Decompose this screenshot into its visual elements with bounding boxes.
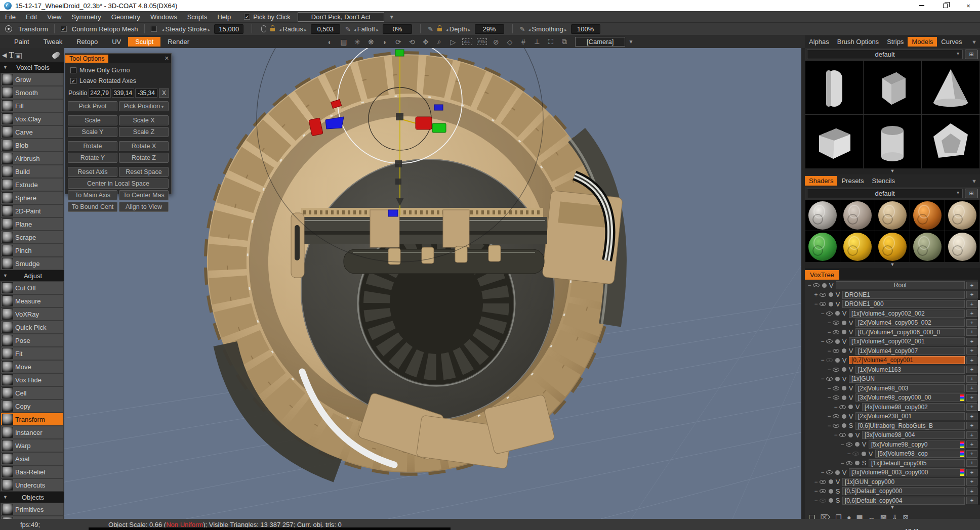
ghosting-icon[interactable] (835, 311, 840, 316)
menu-symmetry[interactable]: Symmetry (66, 13, 106, 21)
position-z-field[interactable]: -35,34 (135, 89, 157, 98)
add-child-button[interactable]: + (966, 282, 977, 289)
ghosting-icon[interactable] (835, 358, 840, 363)
visibility-eye-icon[interactable] (820, 293, 826, 297)
layer-name[interactable]: [3x]Volume98_003_copy000 (849, 468, 965, 476)
tree-row[interactable]: −V[5x]Volume98_cop+ (805, 449, 980, 459)
tool-cell[interactable]: Cell (1, 386, 64, 400)
tree-row[interactable]: −V[0,7]Volume4_copy001+ (805, 356, 980, 365)
background-icon[interactable]: ▤ (339, 38, 348, 46)
tool-fill[interactable]: Fill (1, 99, 64, 112)
ghosting-icon[interactable] (842, 348, 846, 353)
add-child-button[interactable]: + (966, 328, 977, 336)
visibility-eye-icon[interactable] (833, 349, 839, 353)
add-child-button[interactable]: + (966, 403, 977, 411)
add-child-button[interactable]: + (966, 440, 977, 448)
axis-icon[interactable]: ⟂ (533, 37, 542, 46)
layer-name[interactable]: [1x]GUN_copy000 (842, 478, 965, 486)
droplet-icon[interactable]: ◗ (380, 38, 389, 46)
shader-thumb-silver[interactable] (805, 200, 840, 231)
shader-thumb-taupe[interactable] (840, 200, 875, 231)
ghosting-icon[interactable] (842, 330, 846, 334)
smoothing-value[interactable]: 100% (571, 24, 600, 34)
expander-icon[interactable]: − (827, 347, 832, 355)
shader-thumb-green[interactable] (805, 231, 840, 262)
tool-sphere[interactable]: Sphere (1, 191, 64, 204)
model-thumb-box[interactable] (864, 61, 921, 114)
shader-thumb-copper[interactable] (910, 200, 945, 231)
visibility-eye-icon[interactable] (852, 452, 859, 456)
visibility-eye-icon[interactable] (839, 433, 846, 437)
layer-name[interactable]: [1x]Volume4_copy002_002 (849, 310, 965, 318)
layer-name[interactable]: [0,7]Volume4_copy001 (849, 356, 965, 364)
smoothing-pen-icon[interactable]: ✎ (520, 25, 525, 33)
tree-row[interactable]: −V[2x]Volume98_003+ (805, 384, 980, 393)
shaders-scroll-down-icon[interactable]: ▼ (805, 262, 980, 268)
grid-icon[interactable]: # (519, 38, 528, 46)
model-thumb-polyhedron[interactable] (922, 115, 979, 168)
tree-row[interactable]: −VDRONE1_000+ (805, 299, 980, 309)
tree-row[interactable]: −V[3x]Volume98_copy000_00+ (805, 393, 980, 403)
tool-axial[interactable]: Axial (1, 452, 64, 465)
layer-name[interactable]: [5x]Volume98_cop (875, 450, 965, 458)
depth-label[interactable]: Depth (446, 25, 471, 33)
tree-row[interactable]: −V[1x]GUN+ (805, 374, 980, 384)
align-to-view-button[interactable]: Align to View (119, 202, 169, 212)
falloff-label[interactable]: Falloff (354, 25, 379, 33)
visibility-eye-icon[interactable] (820, 499, 826, 503)
layer-name[interactable]: DRONE1_000 (842, 300, 965, 308)
add-child-button[interactable]: + (966, 488, 977, 495)
tool-pinch[interactable]: Pinch (1, 244, 64, 257)
shaders-category-dropdown[interactable]: default (807, 189, 963, 198)
tool-smudge[interactable]: Smudge (1, 257, 64, 270)
tree-row[interactable]: −V[4x]Volume98_copy002+ (805, 403, 980, 412)
expander-icon[interactable]: − (820, 469, 825, 476)
depth-lock-icon[interactable] (437, 28, 442, 31)
shader-thumb-olive[interactable] (910, 231, 945, 262)
position-y-field[interactable]: 339,14 (112, 89, 134, 98)
tool-grow[interactable]: Grow (1, 73, 64, 86)
ghosting-icon[interactable] (862, 452, 866, 456)
minimize-button[interactable] (910, 0, 933, 11)
tool-copy[interactable]: Copy (1, 400, 64, 413)
add-folder-icon[interactable]: ⊞ (965, 50, 978, 59)
steady-stroke-label[interactable]: Steady Stroke (162, 25, 211, 33)
layer-name[interactable]: [0,5]Default_copy000 (842, 487, 965, 495)
pan-icon[interactable]: ✥ (421, 38, 430, 46)
checkbox-move-only-gizmo[interactable]: ✓Move Only Gizmo (70, 67, 171, 74)
visibility-eye-icon[interactable] (820, 302, 826, 306)
tool-options-tab[interactable]: Tool Options (65, 55, 108, 63)
steady-stroke-checkbox[interactable]: ✓ (151, 26, 157, 32)
expander-icon[interactable]: − (813, 497, 819, 504)
viewport-3d[interactable] (64, 48, 801, 519)
add-child-button[interactable]: + (966, 291, 977, 298)
layer-name[interactable]: [5x]Volume98_copy0 (869, 440, 965, 449)
camera-arrow-icon[interactable]: ▼ (628, 39, 633, 45)
menu-help[interactable]: Help (212, 13, 236, 21)
expander-icon[interactable]: − (820, 375, 825, 382)
pressure-mouse-icon[interactable] (261, 25, 266, 32)
depth-value[interactable]: 29% (475, 24, 504, 34)
ghosting-icon[interactable] (829, 292, 833, 297)
add-child-button[interactable]: + (966, 413, 977, 420)
play-icon[interactable]: ▷ (448, 38, 458, 46)
tab-render[interactable]: Render (160, 37, 196, 47)
menu-scripts[interactable]: Scripts (182, 13, 213, 21)
tab-sculpt[interactable]: Sculpt (128, 37, 160, 47)
voxtree-tab[interactable]: VoxTree (805, 270, 839, 280)
layer-name[interactable]: Root (836, 281, 965, 289)
shader-thumb-gold[interactable] (840, 231, 875, 262)
tree-row[interactable]: −V[1x]Volume1163+ (805, 365, 980, 375)
ghosting-icon[interactable] (855, 442, 860, 447)
expander-icon[interactable]: − (827, 319, 832, 326)
reset-space-button[interactable]: Reset Space (119, 167, 169, 177)
tool-transform[interactable]: Transform (1, 413, 64, 426)
tool-undercuts[interactable]: Undercuts (1, 478, 64, 492)
tree-row[interactable]: −V[3x]Volume98_004+ (805, 430, 980, 440)
to-bound-cent-button[interactable]: To Bound Cent (68, 202, 117, 212)
add-child-button[interactable]: + (966, 450, 977, 458)
select-all-icon[interactable]: ALL (462, 38, 472, 45)
visibility-eye-icon[interactable] (833, 395, 839, 400)
add-child-button[interactable]: + (966, 310, 977, 317)
add-shader-folder-icon[interactable]: ⊞ (965, 189, 978, 198)
